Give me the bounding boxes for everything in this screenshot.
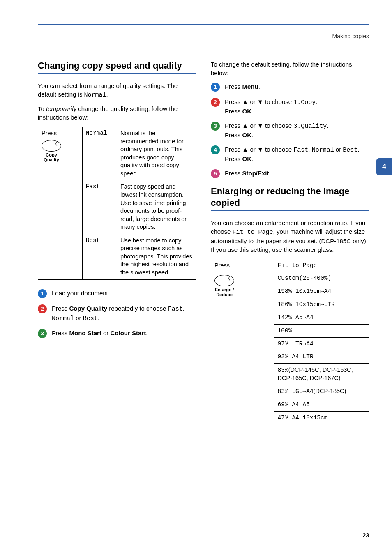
temp-steps: 1 Load your document. 2 Press Copy Quali…	[38, 289, 196, 338]
quality-table: Press CopyQuality Normal Normal is the r…	[38, 127, 196, 280]
ratio-row-1: Custom(25-400%)	[274, 272, 369, 285]
enlarge-para: You can choose an enlargement or reducti…	[211, 219, 369, 254]
copy-quality-button-icon: CopyQuality	[42, 140, 61, 162]
top-rule	[38, 24, 369, 25]
heading-enlarge: Enlarging or reducing the image copied	[211, 186, 369, 208]
step-2: Press Copy Quality repeatedly to choose …	[52, 304, 196, 323]
rstep-1: Press Menu.	[225, 82, 369, 91]
ratio-row-9: 83% LGL→A4(DCP-185C)	[274, 385, 369, 398]
left-column: Changing copy speed and quality You can …	[38, 60, 196, 424]
chapter-tab: 4	[376, 158, 392, 175]
step-badge-1: 1	[38, 289, 47, 298]
header-category: Making copies	[332, 33, 369, 39]
press-label: Press	[42, 129, 79, 138]
step-1: Load your document.	[52, 289, 196, 297]
desc-fast: Fast copy speed and lowest ink consumpti…	[117, 180, 196, 234]
ratio-table: Press Enlarge /Reduce Fit to Page Custom…	[211, 259, 369, 425]
rstep-3: Press ▲ or ▼ to choose 3.Quality. Press …	[225, 121, 369, 139]
rstep-badge-1: 1	[211, 83, 220, 92]
right-intro: To change the default setting, follow th…	[211, 60, 369, 77]
step-3: Press Mono Start or Colour Start.	[52, 329, 196, 337]
rstep-4: Press ▲ or ▼ to choose Fast, Normal or B…	[225, 145, 369, 163]
ratio-row-3: 186% 10x15cm→LTR	[274, 298, 369, 311]
intro-1: You can select from a range of quality s…	[38, 81, 196, 99]
rstep-badge-5: 5	[211, 169, 220, 178]
ratio-row-0: Fit to Page	[274, 259, 369, 272]
ratio-row-6: 97% LTR→A4	[274, 337, 369, 350]
desc-best: Use best mode to copy precise images suc…	[117, 234, 196, 279]
section-rule	[38, 73, 196, 74]
option-normal: Normal	[82, 127, 117, 180]
section-rule-2	[211, 210, 369, 211]
rstep-5: Press Stop/Exit.	[225, 169, 369, 177]
desc-normal: Normal is the recommended mode for ordin…	[117, 127, 196, 180]
heading-copy-speed: Changing copy speed and quality	[38, 60, 196, 71]
step-badge-3: 3	[38, 329, 47, 338]
rstep-2: Press ▲ or ▼ to choose 1.Copy. Press OK.	[225, 97, 369, 115]
ratio-row-11: 47% A4→10x15cm	[274, 411, 369, 424]
intro-2: To temporarily change the quality settin…	[38, 104, 196, 122]
default-steps: 1 Press Menu. 2 Press ▲ or ▼ to choose 1…	[211, 82, 369, 178]
ratio-row-7: 93% A4→LTR	[274, 350, 369, 364]
rstep-badge-4: 4	[211, 145, 220, 154]
enlarge-reduce-button-icon: Enlarge /Reduce	[214, 275, 234, 297]
step-badge-2: 2	[38, 304, 47, 313]
option-best: Best	[82, 234, 117, 279]
page-number: 23	[362, 532, 369, 539]
option-fast: Fast	[82, 180, 117, 234]
ratio-row-4: 142% A5→A4	[274, 311, 369, 324]
ratio-row-5: 100%	[274, 324, 369, 337]
ratio-row-8: 83%(DCP-145C, DCP-163C, DCP-165C, DCP-16…	[274, 364, 369, 385]
rstep-badge-2: 2	[211, 98, 220, 107]
ratio-row-10: 69% A4→A5	[274, 398, 369, 411]
ratio-press-label: Press	[214, 262, 271, 269]
ratio-row-2: 198% 10x15cm→A4	[274, 285, 369, 298]
right-column: To change the default setting, follow th…	[211, 60, 369, 424]
rstep-badge-3: 3	[211, 122, 220, 131]
